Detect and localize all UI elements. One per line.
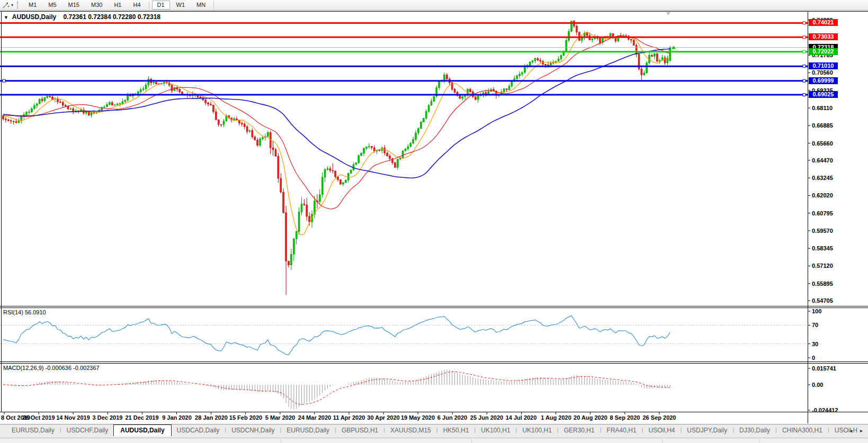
tab-ger30-h1[interactable]: GER30,H1 [559,424,600,436]
status-bar [0,438,868,443]
tabs-container: EURUSD,Daily|USDCHF,DailyAUDUSD,DailyUSD… [6,424,863,436]
tab-eurusd-daily[interactable]: EURUSD,Daily [6,424,60,436]
timeframe-button-d1[interactable]: D1 [152,1,170,10]
tab-dj30-daily[interactable]: DJ30,Daily [734,424,775,436]
tab-hk50-h1[interactable]: HK50,H1 [438,424,475,436]
tab-eurusd-daily[interactable]: EURUSD,Daily [281,424,335,436]
pointer-tool-button[interactable]: ▾ [0,2,15,9]
timeframe-button-m30[interactable]: M30 [86,1,108,10]
tab-usoil-h4[interactable]: USOil,H4 [643,424,680,436]
timeframe-button-m15[interactable]: M15 [63,1,85,10]
timeframe-button-mn[interactable]: MN [191,1,211,10]
tab-uk100-h1[interactable]: UK100,H1 [517,424,557,436]
chart-tab-bar: EURUSD,Daily|USDCHF,DailyAUDUSD,DailyUSD… [0,424,868,438]
tab-audusd-daily[interactable]: AUDUSD,Daily [113,424,171,436]
tab-gbpusd-h1[interactable]: GBPUSD,H1 [336,424,383,436]
timeframe-button-h4[interactable]: H4 [128,1,146,10]
dropdown-caret-icon[interactable]: ▾ [11,3,13,7]
timeframe-button-group: M1M5M15M30H1H4D1W1MN [23,1,216,10]
timeframe-button-h1[interactable]: H1 [109,1,127,10]
tab-uk100-h1[interactable]: UK100,H1 [476,424,515,436]
pointer-tool-icon [2,2,10,9]
tab-china300-h1[interactable]: CHINA300,H1 [777,424,828,436]
timeframe-button-m5[interactable]: M5 [43,1,61,10]
toolbar-grip[interactable] [17,2,20,8]
tab-usdchf-daily[interactable]: USDCHF,Daily [61,424,114,436]
timeframe-button-m1[interactable]: M1 [23,1,42,10]
tab-usdjpy-daily[interactable]: USDJPY,Daily [682,424,732,436]
application-window: ▾ M1M5M15M30H1H4D1W1MN ▼ AUDUSD,Daily 0.… [0,0,868,443]
tab-usdcad-daily[interactable]: USDCAD,Daily [172,424,225,436]
tab-scroll-right-icon[interactable]: ▸ [860,428,866,433]
tab-scroll-left-icon[interactable]: ◂ [849,428,855,433]
toolbar: ▾ M1M5M15M30H1H4D1W1MN [0,0,868,11]
tab-fra40-h1[interactable]: FRA40,H1 [602,424,642,436]
timeframe-button-w1[interactable]: W1 [171,1,191,10]
tab-usdcnh-daily[interactable]: USDCNH,Daily [226,424,280,436]
chart-plot-area[interactable] [0,0,868,423]
tab-xauusd-m15[interactable]: XAUUSD,M15 [385,424,436,436]
